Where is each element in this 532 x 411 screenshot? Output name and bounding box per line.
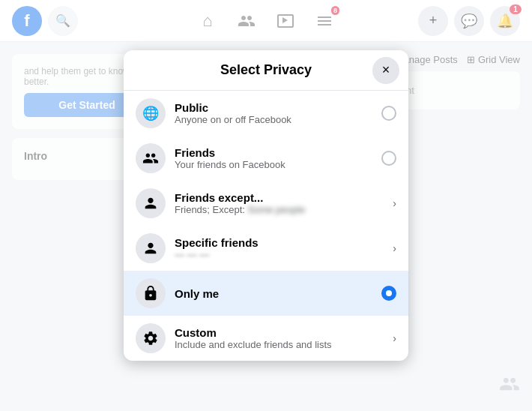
friends-except-icon bbox=[136, 188, 166, 218]
specific-friends-option-desc: — — — bbox=[175, 249, 393, 260]
privacy-option-friends-except[interactable]: Friends except... Friends; Except: Some … bbox=[124, 181, 408, 226]
privacy-option-friends[interactable]: Friends Your friends on Facebook bbox=[124, 136, 408, 181]
modal-close-button[interactable]: × bbox=[372, 57, 399, 84]
public-option-text: Public Anyone on or off Facebook bbox=[175, 101, 381, 125]
public-option-title: Public bbox=[175, 101, 381, 114]
privacy-option-public[interactable]: 🌐 Public Anyone on or off Facebook bbox=[124, 91, 408, 136]
privacy-modal-container: Select Privacy × 🌐 Public Anyone on or o… bbox=[124, 50, 408, 361]
friends-option-desc: Your friends on Facebook bbox=[175, 159, 381, 170]
friends-except-option-title: Friends except... bbox=[175, 191, 393, 204]
friends-option-text: Friends Your friends on Facebook bbox=[175, 146, 381, 170]
friends-except-option-desc: Friends; Except: Some people bbox=[175, 204, 393, 215]
friends-radio[interactable] bbox=[381, 151, 396, 166]
only-me-icon bbox=[136, 278, 166, 308]
specific-friends-icon bbox=[136, 233, 166, 263]
public-icon: 🌐 bbox=[136, 98, 166, 128]
specific-friends-option-text: Specific friends — — — bbox=[175, 236, 393, 260]
custom-icon bbox=[136, 323, 166, 353]
friends-option-title: Friends bbox=[175, 146, 381, 159]
modal-header: Select Privacy × bbox=[124, 50, 408, 91]
modal-title: Select Privacy bbox=[220, 62, 312, 78]
privacy-option-specific-friends[interactable]: Specific friends — — — › bbox=[124, 226, 408, 271]
specific-friends-option-title: Specific friends bbox=[175, 236, 393, 249]
friends-except-chevron: › bbox=[393, 197, 396, 209]
custom-option-text: Custom Include and exclude friends and l… bbox=[175, 326, 393, 350]
public-radio[interactable] bbox=[381, 106, 396, 121]
privacy-option-custom[interactable]: Custom Include and exclude friends and l… bbox=[124, 316, 408, 361]
public-option-desc: Anyone on or off Facebook bbox=[175, 114, 381, 125]
friends-icon bbox=[136, 143, 166, 173]
custom-option-desc: Include and exclude friends and lists bbox=[175, 339, 393, 350]
friends-except-option-text: Friends except... Friends; Except: Some … bbox=[175, 191, 393, 215]
custom-chevron: › bbox=[393, 332, 396, 344]
privacy-option-only-me[interactable]: Only me bbox=[124, 271, 408, 316]
only-me-option-title: Only me bbox=[175, 287, 381, 300]
specific-friends-chevron: › bbox=[393, 242, 396, 254]
only-me-option-text: Only me bbox=[175, 287, 381, 300]
only-me-radio[interactable] bbox=[381, 286, 396, 301]
custom-option-title: Custom bbox=[175, 326, 393, 339]
privacy-modal: Select Privacy × 🌐 Public Anyone on or o… bbox=[124, 50, 408, 361]
